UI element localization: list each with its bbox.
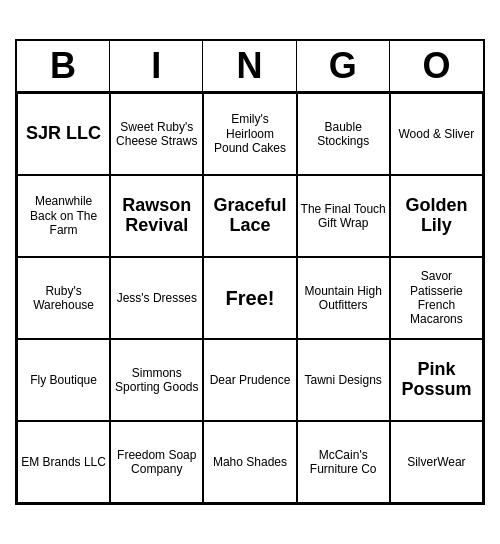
bingo-cell-3: Bauble Stockings — [297, 93, 390, 175]
bingo-cell-9: Golden Lily — [390, 175, 483, 257]
cell-text-0: SJR LLC — [26, 124, 101, 144]
bingo-cell-14: Savor Patisserie French Macarons — [390, 257, 483, 339]
bingo-cell-10: Ruby's Warehouse — [17, 257, 110, 339]
bingo-cell-17: Dear Prudence — [203, 339, 296, 421]
bingo-header-letter-n: N — [203, 41, 296, 91]
bingo-cell-11: Jess's Dresses — [110, 257, 203, 339]
bingo-header-letter-i: I — [110, 41, 203, 91]
bingo-cell-22: Maho Shades — [203, 421, 296, 503]
bingo-cell-12: Free! — [203, 257, 296, 339]
bingo-cell-5: Meanwhile Back on The Farm — [17, 175, 110, 257]
bingo-cell-23: McCain's Furniture Co — [297, 421, 390, 503]
bingo-cell-21: Freedom Soap Company — [110, 421, 203, 503]
bingo-cell-6: Rawson Revival — [110, 175, 203, 257]
bingo-cell-0: SJR LLC — [17, 93, 110, 175]
bingo-header: BINGO — [17, 41, 483, 93]
cell-text-7: Graceful Lace — [207, 196, 292, 236]
bingo-cell-24: SilverWear — [390, 421, 483, 503]
bingo-cell-15: Fly Boutique — [17, 339, 110, 421]
cell-text-6: Rawson Revival — [114, 196, 199, 236]
bingo-card: BINGO SJR LLCSweet Ruby's Cheese StrawsE… — [15, 39, 485, 505]
cell-text-19: Pink Possum — [394, 360, 479, 400]
bingo-cell-18: Tawni Designs — [297, 339, 390, 421]
bingo-header-letter-g: G — [297, 41, 390, 91]
bingo-cell-7: Graceful Lace — [203, 175, 296, 257]
bingo-cell-8: The Final Touch Gift Wrap — [297, 175, 390, 257]
bingo-cell-16: Simmons Sporting Goods — [110, 339, 203, 421]
bingo-cell-2: Emily's Heirloom Pound Cakes — [203, 93, 296, 175]
bingo-grid: SJR LLCSweet Ruby's Cheese StrawsEmily's… — [17, 93, 483, 503]
cell-text-9: Golden Lily — [394, 196, 479, 236]
bingo-cell-19: Pink Possum — [390, 339, 483, 421]
bingo-header-letter-b: B — [17, 41, 110, 91]
bingo-cell-1: Sweet Ruby's Cheese Straws — [110, 93, 203, 175]
bingo-cell-4: Wood & Sliver — [390, 93, 483, 175]
bingo-cell-13: Mountain High Outfitters — [297, 257, 390, 339]
bingo-cell-20: EM Brands LLC — [17, 421, 110, 503]
bingo-header-letter-o: O — [390, 41, 483, 91]
